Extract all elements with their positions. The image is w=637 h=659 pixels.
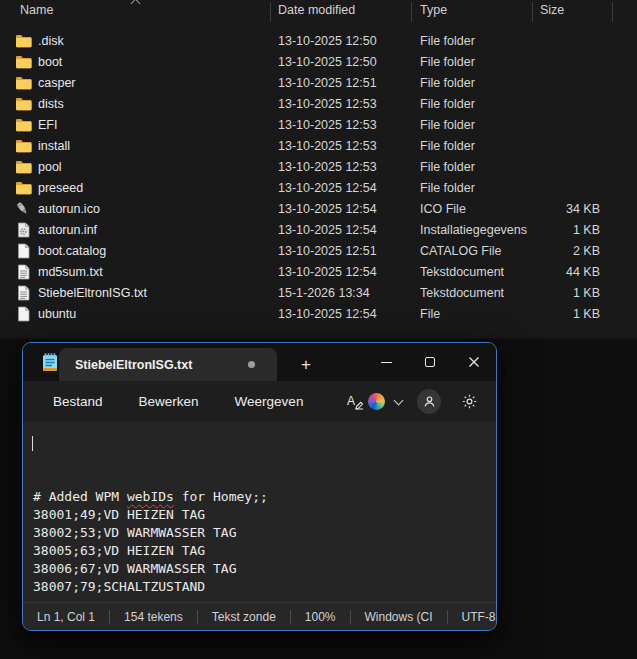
status-separator	[197, 610, 198, 624]
file-row[interactable]: boot13-10-2025 12:50File folder	[0, 51, 637, 72]
file-type: File folder	[420, 160, 475, 174]
notepad-titlebar[interactable]: StiebelEltronISG.txt +	[23, 343, 496, 381]
file-type: File folder	[420, 118, 475, 132]
file-date-modified: 13-10-2025 12:50	[278, 34, 377, 48]
column-resize-handle[interactable]	[270, 2, 271, 22]
account-icon	[422, 394, 437, 409]
file-row[interactable]: preseed13-10-2025 12:54File folder	[0, 177, 637, 198]
status-item: Tekst zonde	[208, 610, 280, 624]
text-caret	[32, 436, 33, 451]
column-header-name[interactable]: Name	[20, 3, 53, 17]
file-name: StiebelEltronISG.txt	[38, 286, 266, 300]
file-name: autorun.ico	[38, 202, 266, 216]
status-item: Windows (CI	[361, 610, 437, 624]
file-name: casper	[38, 76, 266, 90]
file-size: 2 KB	[500, 244, 600, 258]
editor-line: 38001;49;VD HEIZEN TAG	[33, 506, 496, 524]
file-date-modified: 13-10-2025 12:54	[278, 265, 377, 279]
maximize-icon	[425, 357, 435, 367]
file-row[interactable]: md5sum.txt13-10-2025 12:54Tekstdocument4…	[0, 261, 637, 282]
folder-icon	[13, 181, 33, 195]
file-row[interactable]: dists13-10-2025 12:53File folder	[0, 93, 637, 114]
account-button[interactable]	[417, 389, 441, 414]
formatting-icon[interactable]: A	[343, 388, 368, 414]
status-separator	[290, 610, 291, 624]
column-resize-handle[interactable]	[411, 2, 412, 22]
file-type: CATALOG File	[420, 244, 502, 258]
editor-line: 38002;53;VD WARMWASSER TAG	[33, 524, 496, 542]
file-row[interactable]: boot.catalog13-10-2025 12:51CATALOG File…	[0, 240, 637, 261]
file-date-modified: 13-10-2025 12:51	[278, 244, 377, 258]
column-header-date-modified[interactable]: Date modified	[278, 3, 355, 17]
menu-item-weergeven[interactable]: Weergeven	[233, 390, 306, 413]
file-type: File folder	[420, 76, 475, 90]
file-size: 34 KB	[500, 202, 600, 216]
status-separator	[350, 610, 351, 624]
file-row[interactable]: ubuntu13-10-2025 12:54File1 KB	[0, 303, 637, 324]
minimize-button[interactable]	[364, 343, 408, 381]
file-row[interactable]: autorun.inf13-10-2025 12:54Installatiege…	[0, 219, 637, 240]
setup-info-icon	[13, 222, 33, 238]
file-explorer-list: Name Date modified Type Size .disk13-10-…	[0, 0, 637, 342]
copilot-icon	[368, 393, 385, 410]
file-date-modified: 13-10-2025 12:53	[278, 160, 377, 174]
file-size: 1 KB	[500, 286, 600, 300]
copilot-menu-button[interactable]	[368, 393, 403, 410]
new-tab-button[interactable]: +	[289, 348, 323, 381]
file-name: ubuntu	[38, 307, 266, 321]
file-row[interactable]: .disk13-10-2025 12:50File folder	[0, 30, 637, 51]
close-button[interactable]	[452, 343, 496, 381]
file-row[interactable]: StiebelEltronISG.txt15-1-2026 13:34Tekst…	[0, 282, 637, 303]
column-header-type[interactable]: Type	[420, 3, 447, 17]
folder-icon	[13, 55, 33, 69]
file-row[interactable]: pool13-10-2025 12:53File folder	[0, 156, 637, 177]
file-type: File	[420, 307, 440, 321]
file-type: Tekstdocument	[420, 286, 504, 300]
text-file-icon	[13, 264, 33, 280]
file-type: File folder	[420, 181, 475, 195]
column-header-row: Name Date modified Type Size	[0, 0, 637, 24]
file-name: boot.catalog	[38, 244, 266, 258]
file-date-modified: 13-10-2025 12:53	[278, 97, 377, 111]
file-name: autorun.inf	[38, 223, 266, 237]
file-type: File folder	[420, 139, 475, 153]
blank-file-icon	[13, 243, 33, 259]
file-row[interactable]: casper13-10-2025 12:51File folder	[0, 72, 637, 93]
maximize-button[interactable]	[408, 343, 452, 381]
settings-button[interactable]	[457, 388, 482, 414]
file-date-modified: 13-10-2025 12:51	[278, 76, 377, 90]
file-name: preseed	[38, 181, 266, 195]
menu-item-bewerken[interactable]: Bewerken	[137, 390, 201, 413]
file-type: File folder	[420, 55, 475, 69]
column-resize-handle[interactable]	[532, 2, 533, 22]
file-size: 44 KB	[500, 265, 600, 279]
text-editor-area[interactable]: # Added WPM webIDs for Homey;;38001;49;V…	[23, 421, 496, 602]
text-file-icon	[13, 285, 33, 301]
notepad-window: StiebelEltronISG.txt + BestandBewerkenWe…	[22, 342, 497, 631]
file-row[interactable]: install13-10-2025 12:53File folder	[0, 135, 637, 156]
file-name: EFI	[38, 118, 266, 132]
column-resize-handle[interactable]	[612, 2, 613, 22]
file-name: .disk	[38, 34, 266, 48]
folder-icon	[13, 118, 33, 132]
minimize-icon	[381, 362, 392, 363]
sort-ascending-icon	[132, 0, 140, 5]
editor-line: 38006;67;VD WARMWASSER TAG	[33, 560, 496, 578]
status-item: UTF-8	[458, 610, 497, 624]
blank-file-icon	[13, 306, 33, 322]
file-row[interactable]: EFI13-10-2025 12:53File folder	[0, 114, 637, 135]
status-item: 100%	[301, 610, 340, 624]
file-name: boot	[38, 55, 266, 69]
tab-title: StiebelEltronISG.txt	[75, 358, 192, 372]
folder-icon	[13, 34, 33, 48]
file-row[interactable]: autorun.ico13-10-2025 12:54ICO File34 KB	[0, 198, 637, 219]
file-date-modified: 13-10-2025 12:50	[278, 55, 377, 69]
menu-item-bestand[interactable]: Bestand	[51, 390, 105, 413]
status-item: 154 tekens	[120, 610, 187, 624]
folder-icon	[13, 97, 33, 111]
column-header-size[interactable]: Size	[540, 3, 564, 17]
unsaved-changes-dot-icon	[248, 361, 255, 368]
window-controls	[364, 343, 496, 381]
tab-stiebeleltronisg[interactable]: StiebelEltronISG.txt	[59, 348, 277, 381]
file-date-modified: 13-10-2025 12:54	[278, 307, 377, 321]
